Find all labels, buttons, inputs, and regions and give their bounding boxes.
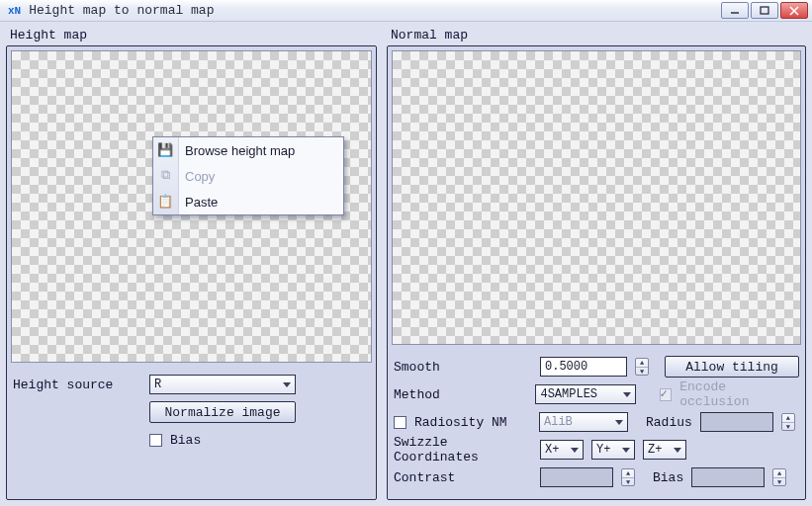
context-menu-copy: ⧉ Copy [153,163,343,189]
select-value: AliB [544,415,573,429]
bias-checkbox[interactable] [149,434,162,447]
swizzle-y-select[interactable]: Y+ [591,440,635,460]
smooth-label: Smooth [394,360,532,375]
encode-occlusion-checkbox [660,388,673,401]
chevron-up-icon: ▲ [782,414,794,423]
contrast-spinner[interactable]: ▲▼ [621,468,635,486]
close-button[interactable] [780,2,808,19]
height-map-panel-label: Height map [6,28,377,45]
minimize-icon [730,7,740,15]
save-disk-icon: 💾 [156,140,174,158]
swizzle-z-select[interactable]: Z+ [643,440,686,460]
height-source-label: Height source [13,378,141,392]
radius-spinner: ▲▼ [781,413,795,431]
radius-input [700,412,773,432]
window-title: Height map to normal map [25,3,218,18]
minimize-button[interactable] [721,2,749,19]
radiosity-select: AliB [539,412,628,432]
contrast-label: Contrast [394,470,532,485]
radiosity-checkbox[interactable] [394,416,406,429]
chevron-up-icon: ▲ [636,359,648,368]
select-value: Z+ [648,443,662,457]
chevron-down-icon: ▼ [636,368,648,376]
radius-label: Radius [646,415,692,430]
chevron-down-icon: ▼ [782,423,794,431]
radiosity-label: Radiosity NM [414,415,531,430]
method-label: Method [394,387,527,402]
button-label: Allow tiling [685,360,778,375]
select-value: Y+ [596,443,610,457]
bias-label: Bias [170,433,201,448]
chevron-up-icon: ▲ [622,469,634,478]
maximize-button[interactable] [751,2,778,19]
paste-icon: 📋 [156,192,174,210]
chevron-down-icon: ▼ [773,478,785,486]
context-menu-label: Paste [185,195,218,210]
context-menu: 💾 Browse height map ⧉ Copy 📋 Paste [152,136,344,215]
context-menu-browse[interactable]: 💾 Browse height map [153,137,343,163]
height-map-panel: 💾 Browse height map ⧉ Copy 📋 Paste Heigh… [6,45,377,500]
app-icon: xN [4,5,25,17]
window-buttons [721,2,808,19]
method-select[interactable]: 4SAMPLES [535,384,635,404]
bias-label-right: Bias [653,470,683,485]
normal-map-panel-label: Normal map [387,28,806,45]
normal-map-panel: Smooth 0.5000 ▲▼ Allow tiling Method 4SA… [387,45,806,500]
context-menu-label: Browse height map [185,143,295,158]
svg-rect-1 [761,7,768,14]
context-menu-label: Copy [185,169,215,184]
swizzle-label: Swizzle Coordinates [394,435,532,464]
input-value: 0.5000 [545,360,587,374]
content-area: Height map 💾 Browse height map ⧉ Copy 📋 [0,22,812,506]
bias-input[interactable] [691,467,765,487]
allow-tiling-button[interactable]: Allow tiling [665,356,799,378]
copy-icon: ⧉ [156,166,174,184]
contrast-input[interactable] [540,467,613,487]
button-label: Normalize image [164,405,280,420]
normal-map-canvas[interactable] [392,50,801,345]
bias-spinner[interactable]: ▲▼ [772,468,786,486]
height-source-select[interactable]: R [149,375,296,394]
normalize-image-button[interactable]: Normalize image [149,401,296,423]
select-value: X+ [545,443,559,457]
maximize-icon [760,6,769,16]
normal-map-controls: Smooth 0.5000 ▲▼ Allow tiling Method 4SA… [388,345,805,499]
select-value: R [154,378,161,391]
chevron-down-icon: ▼ [622,478,634,486]
title-bar: xN Height map to normal map [0,0,812,22]
context-menu-paste[interactable]: 📋 Paste [153,189,343,214]
smooth-spinner[interactable]: ▲▼ [635,358,649,376]
encode-occlusion-label: Encode occlusion [679,380,799,409]
select-value: 4SAMPLES [540,387,597,401]
close-icon [789,6,799,16]
height-map-canvas[interactable]: 💾 Browse height map ⧉ Copy 📋 Paste [11,50,372,363]
chevron-up-icon: ▲ [773,469,785,478]
swizzle-x-select[interactable]: X+ [540,440,584,460]
height-map-controls: Height source R Normalize image Bias [7,363,376,499]
smooth-input[interactable]: 0.5000 [540,357,627,377]
